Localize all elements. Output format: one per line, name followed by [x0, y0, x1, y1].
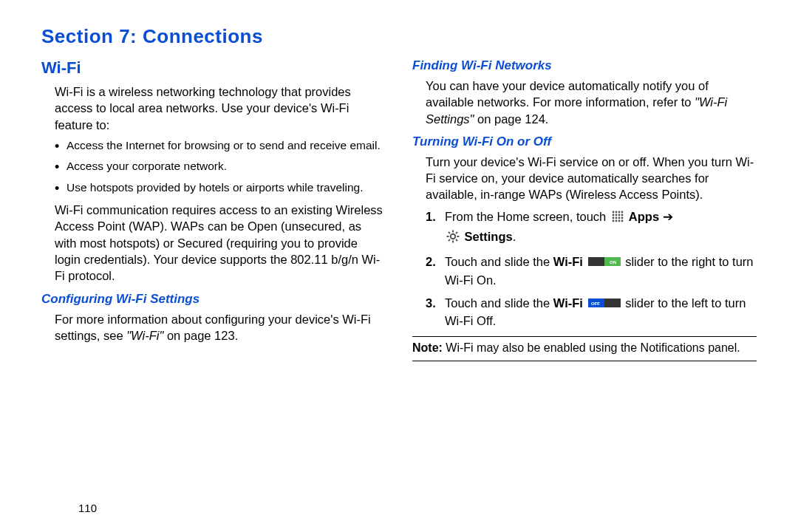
finding-heading: Finding Wi-Fi Networks [412, 58, 757, 73]
step-item: Touch and slide the Wi-Fi OFF slider to … [426, 294, 757, 331]
wifi-intro: Wi-Fi is a wireless networking technolog… [55, 83, 386, 133]
wifi-label: Wi-Fi [553, 255, 583, 268]
text: on page 123. [163, 329, 238, 342]
manual-page: Section 7: Connections Wi-Fi Wi-Fi is a … [0, 0, 798, 532]
configuring-paragraph: For more information about configuring y… [55, 311, 386, 344]
right-column: Finding Wi-Fi Networks You can have your… [412, 58, 757, 366]
wifi-wap-paragraph: Wi-Fi communication requires access to a… [55, 202, 386, 284]
svg-point-11 [621, 216, 623, 219]
text: on page 124. [474, 112, 548, 126]
arrow: ➔ [663, 210, 673, 223]
list-item: Access the Internet for browsing or to s… [55, 137, 386, 154]
page-number: 110 [78, 502, 97, 514]
divider [412, 336, 757, 337]
svg-point-12 [612, 219, 614, 222]
svg-point-13 [615, 219, 617, 222]
wifi-label: Wi-Fi [553, 296, 583, 310]
svg-point-1 [615, 211, 617, 213]
svg-point-4 [612, 214, 614, 216]
wifi-feature-bullets: Access the Internet for browsing or to s… [55, 137, 386, 196]
text: From the Home screen, touch [445, 210, 610, 223]
svg-point-16 [451, 234, 455, 239]
text: Touch and slide the [445, 255, 553, 268]
svg-text:OFF: OFF [591, 301, 600, 306]
slider-off-icon: OFF [588, 296, 621, 307]
step-item: Touch and slide the Wi-Fi ON slider to t… [426, 253, 757, 290]
apps-icon [611, 210, 624, 228]
note-text: Wi-Fi may also be enabled using the Noti… [443, 341, 740, 354]
section-title: Section 7: Connections [41, 25, 757, 48]
text: . [513, 230, 516, 243]
svg-line-24 [456, 232, 457, 233]
svg-point-14 [618, 219, 620, 222]
configuring-heading: Configuring Wi-Fi Settings [41, 292, 386, 307]
svg-point-0 [612, 211, 614, 213]
text: You can have your device automatically n… [426, 79, 709, 109]
text: Touch and slide the [445, 296, 553, 310]
svg-point-9 [615, 216, 617, 219]
svg-point-8 [612, 216, 614, 219]
svg-rect-29 [604, 299, 621, 307]
step-item: From the Home screen, touch Apps ➔ Setti… [426, 208, 757, 249]
note-paragraph: Note: Wi-Fi may also be enabled using th… [412, 341, 757, 355]
svg-point-5 [615, 214, 617, 216]
svg-point-15 [621, 219, 623, 222]
svg-rect-25 [588, 257, 604, 266]
svg-text:ON: ON [610, 260, 616, 265]
svg-point-10 [618, 216, 620, 219]
note-label: Note: [412, 341, 443, 354]
svg-point-7 [621, 214, 623, 216]
svg-point-2 [618, 211, 620, 213]
slider-on-icon: ON [588, 254, 621, 266]
divider [412, 361, 757, 361]
cross-reference: "Wi-Fi" [126, 329, 163, 342]
turning-steps: From the Home screen, touch Apps ➔ Setti… [426, 208, 757, 331]
gear-icon [446, 230, 460, 248]
svg-line-22 [456, 239, 457, 241]
wifi-heading: Wi-Fi [41, 58, 386, 78]
list-item: Access your corporate network. [55, 158, 386, 174]
svg-point-6 [618, 214, 620, 216]
two-column-layout: Wi-Fi Wi-Fi is a wireless networking tec… [41, 58, 757, 366]
finding-paragraph: You can have your device automatically n… [426, 78, 757, 127]
left-column: Wi-Fi Wi-Fi is a wireless networking tec… [41, 58, 386, 366]
list-item: Use hotspots provided by hotels or airpo… [55, 180, 386, 196]
turning-intro: Turn your device's Wi-Fi service on or o… [426, 154, 757, 203]
apps-label: Apps [626, 210, 663, 223]
svg-line-21 [449, 232, 450, 233]
svg-line-23 [449, 239, 450, 241]
svg-point-3 [621, 211, 623, 213]
turning-heading: Turning Wi-Fi On or Off [412, 134, 757, 149]
settings-label: Settings [465, 230, 513, 243]
